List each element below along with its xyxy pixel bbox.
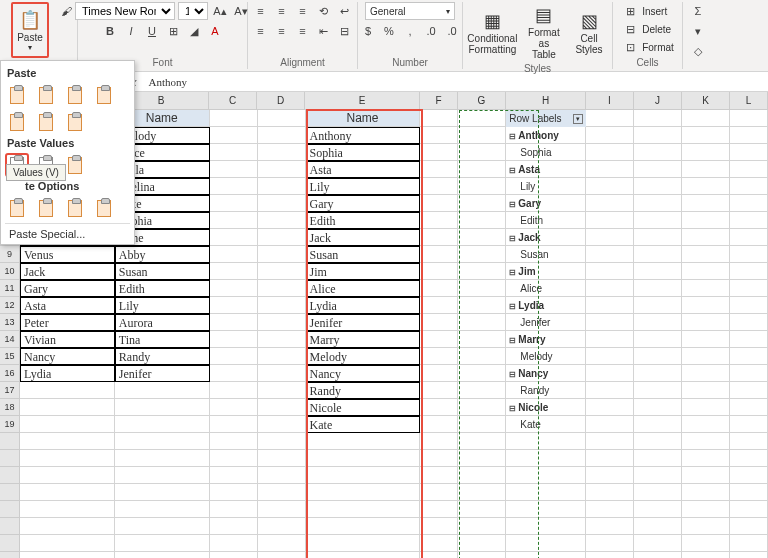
cell-K17[interactable] <box>682 382 730 399</box>
cell-C13[interactable] <box>210 314 258 331</box>
paste-keep-src-icon[interactable] <box>92 83 116 107</box>
wrap-text-icon[interactable]: ↩ <box>336 2 354 20</box>
cell-K4[interactable] <box>682 161 730 178</box>
cell-C7[interactable] <box>210 212 258 229</box>
cell-A23[interactable] <box>20 484 115 501</box>
paste-formatting-icon[interactable] <box>5 196 29 220</box>
cell-A11[interactable]: Gary <box>20 280 115 297</box>
cell-G15[interactable] <box>458 348 506 365</box>
cell-G18[interactable] <box>458 399 506 416</box>
row-header[interactable] <box>0 484 20 501</box>
row-header[interactable] <box>0 535 20 552</box>
format-label[interactable]: Format <box>642 42 674 53</box>
cell-L17[interactable] <box>730 382 768 399</box>
cell-B21[interactable] <box>115 450 210 467</box>
paste-noborders-icon[interactable] <box>5 110 29 134</box>
cell-L18[interactable] <box>730 399 768 416</box>
cell-B10[interactable]: Susan <box>115 263 210 280</box>
row-header[interactable] <box>0 433 20 450</box>
cell-I10[interactable] <box>586 263 634 280</box>
row-header[interactable] <box>0 552 20 558</box>
cell-F27[interactable] <box>420 552 458 558</box>
cell-E13[interactable]: Jenifer <box>306 314 421 331</box>
cell-J16[interactable] <box>634 365 682 382</box>
paste-formulas-numfmt-icon[interactable] <box>63 83 87 107</box>
cell-D24[interactable] <box>258 501 306 518</box>
row-header[interactable]: 11 <box>0 280 20 297</box>
cell-J5[interactable] <box>634 178 682 195</box>
cell-F7[interactable] <box>420 212 458 229</box>
column-header-C[interactable]: C <box>209 92 257 110</box>
font-name-select[interactable]: Times New Roman <box>75 2 175 20</box>
cell-G8[interactable] <box>458 229 506 246</box>
cell-D9[interactable] <box>258 246 306 263</box>
cell-I15[interactable] <box>586 348 634 365</box>
cell-G19[interactable] <box>458 416 506 433</box>
cell-G14[interactable] <box>458 331 506 348</box>
cell-I14[interactable] <box>586 331 634 348</box>
cell-K7[interactable] <box>682 212 730 229</box>
cell-I24[interactable] <box>586 501 634 518</box>
cell-H6[interactable]: ⊟Gary <box>506 195 586 212</box>
cell-A19[interactable] <box>20 416 115 433</box>
cell-E8[interactable]: Jack <box>306 229 421 246</box>
cell-F9[interactable] <box>420 246 458 263</box>
column-header-F[interactable]: F <box>420 92 458 110</box>
cell-H23[interactable] <box>506 484 586 501</box>
cell-C10[interactable] <box>210 263 258 280</box>
cell-C20[interactable] <box>210 433 258 450</box>
cell-B18[interactable] <box>115 399 210 416</box>
cell-F11[interactable] <box>420 280 458 297</box>
cell-J25[interactable] <box>634 518 682 535</box>
cell-G1[interactable] <box>458 110 506 127</box>
autosum-icon[interactable]: Σ <box>689 2 707 20</box>
cell-G17[interactable] <box>458 382 506 399</box>
column-header-L[interactable]: L <box>730 92 768 110</box>
cell-L7[interactable] <box>730 212 768 229</box>
cell-C5[interactable] <box>210 178 258 195</box>
cell-E14[interactable]: Marry <box>306 331 421 348</box>
cell-A14[interactable]: Vivian <box>20 331 115 348</box>
row-header[interactable]: 10 <box>0 263 20 280</box>
comma-icon[interactable]: , <box>401 22 419 40</box>
format-icon[interactable]: ⊡ <box>621 38 639 56</box>
paste-button[interactable]: 📋 Paste ▾ <box>11 2 49 58</box>
cell-E21[interactable] <box>306 450 421 467</box>
cell-J22[interactable] <box>634 467 682 484</box>
delete-label[interactable]: Delete <box>642 24 671 35</box>
cell-H17[interactable]: Randy <box>506 382 586 399</box>
cell-C24[interactable] <box>210 501 258 518</box>
paste-special-item[interactable]: Paste Special... <box>5 223 130 240</box>
column-header-K[interactable]: K <box>682 92 730 110</box>
cell-I6[interactable] <box>586 195 634 212</box>
cell-L11[interactable] <box>730 280 768 297</box>
italic-button[interactable]: I <box>122 22 140 40</box>
cell-F19[interactable] <box>420 416 458 433</box>
cell-E1[interactable]: Name <box>306 110 421 127</box>
cell-C22[interactable] <box>210 467 258 484</box>
cell-H26[interactable] <box>506 535 586 552</box>
cell-G20[interactable] <box>458 433 506 450</box>
inc-decimal-icon[interactable]: .0 <box>422 22 440 40</box>
cell-styles-button[interactable]: ▧Cell Styles <box>570 8 608 57</box>
cell-A12[interactable]: Asta <box>20 297 115 314</box>
cell-C2[interactable] <box>210 127 258 144</box>
cell-L23[interactable] <box>730 484 768 501</box>
cell-J8[interactable] <box>634 229 682 246</box>
cell-I20[interactable] <box>586 433 634 450</box>
cell-A15[interactable]: Nancy <box>20 348 115 365</box>
cell-I25[interactable] <box>586 518 634 535</box>
cell-K26[interactable] <box>682 535 730 552</box>
cell-D13[interactable] <box>258 314 306 331</box>
cell-K3[interactable] <box>682 144 730 161</box>
align-top-icon[interactable]: ≡ <box>252 2 270 20</box>
cell-K10[interactable] <box>682 263 730 280</box>
row-header[interactable]: 13 <box>0 314 20 331</box>
cell-E17[interactable]: Randy <box>306 382 421 399</box>
cell-I11[interactable] <box>586 280 634 297</box>
cell-J4[interactable] <box>634 161 682 178</box>
cell-L24[interactable] <box>730 501 768 518</box>
cell-C12[interactable] <box>210 297 258 314</box>
cell-I16[interactable] <box>586 365 634 382</box>
cell-C25[interactable] <box>210 518 258 535</box>
